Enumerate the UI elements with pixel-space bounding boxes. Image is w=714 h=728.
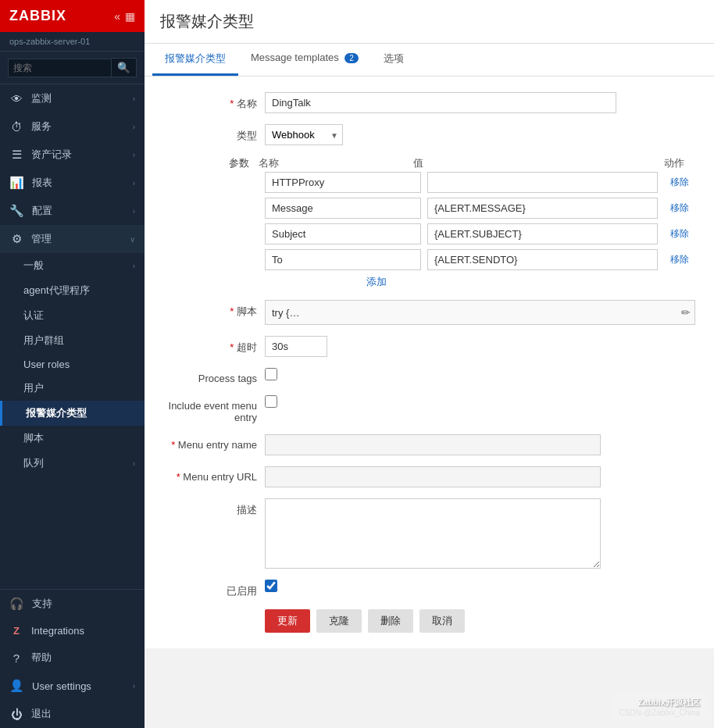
- tab-media-type[interactable]: 报警媒介类型: [152, 44, 238, 76]
- sidebar-item-label: 帮助: [31, 651, 135, 665]
- sidebar-header: ZABBIX « ▦: [0, 0, 145, 32]
- watermark-text: Zabbix开源社区: [638, 697, 700, 708]
- description-label: 描述: [163, 498, 257, 517]
- param-name-input[interactable]: [265, 172, 421, 193]
- param-value-input[interactable]: [427, 249, 658, 270]
- tab-options[interactable]: 选项: [371, 44, 416, 76]
- sidebar-item-label: 支持: [32, 597, 135, 611]
- name-input[interactable]: [265, 92, 616, 113]
- sidebar-item-label: 监测: [31, 91, 125, 105]
- param-action-cell: 移除: [664, 227, 695, 241]
- integrations-icon: Z: [9, 625, 23, 637]
- sidebar-item-config[interactable]: 🔧 配置 ›: [0, 197, 145, 225]
- sidebar-item-label: 管理: [31, 232, 122, 246]
- sidebar-item-monitor[interactable]: 👁 监测 ›: [0, 84, 145, 112]
- sidebar-item-user-settings[interactable]: 👤 User settings ›: [0, 672, 145, 700]
- chevron-right-icon: ›: [133, 179, 135, 187]
- sidebar-item-service[interactable]: ⏱ 服务 ›: [0, 112, 145, 141]
- param-name-cell: [265, 223, 421, 244]
- chevron-right-icon: ›: [133, 151, 135, 159]
- sidebar-item-support[interactable]: 🎧 支持: [0, 590, 145, 618]
- sidebar-item-general[interactable]: 一般 ›: [0, 253, 145, 278]
- include-event-label: Include event menu entry: [163, 395, 257, 423]
- edit-icon[interactable]: ✏: [681, 306, 691, 319]
- param-value-cell: [427, 198, 658, 219]
- sidebar-item-help[interactable]: ? 帮助: [0, 644, 145, 672]
- menu-icon[interactable]: ▦: [125, 10, 135, 23]
- include-event-checkbox[interactable]: [265, 395, 277, 408]
- sidebar-item-media-type[interactable]: 报警媒介类型: [0, 401, 145, 426]
- menu-entry-url-input[interactable]: [265, 466, 601, 487]
- sidebar-item-assets[interactable]: ☰ 资产记录 ›: [0, 141, 145, 169]
- clone-button[interactable]: 克隆: [316, 609, 362, 633]
- update-button[interactable]: 更新: [265, 609, 310, 633]
- page-title: 报警媒介类型: [145, 0, 714, 44]
- sidebar-item-logout[interactable]: ⏻ 退出: [0, 700, 145, 728]
- sidebar-item-queue[interactable]: 队列 ›: [0, 451, 145, 476]
- user-icon: 👤: [9, 679, 24, 693]
- sidebar-item-scripts[interactable]: 脚本: [0, 426, 145, 451]
- param-row: 移除: [265, 198, 695, 219]
- sidebar-item-label: 服务: [31, 120, 125, 134]
- sidebar-item-manage[interactable]: ⚙ 管理 ∨: [0, 225, 145, 253]
- param-name-input[interactable]: [265, 223, 421, 244]
- sidebar-item-label: 报表: [32, 176, 125, 190]
- menu-entry-name-row: Menu entry name: [163, 434, 695, 455]
- param-name-cell: [265, 172, 421, 193]
- param-value-input[interactable]: [427, 172, 658, 193]
- script-row: 脚本 try {… ✏: [163, 300, 695, 325]
- timeout-input[interactable]: [265, 336, 327, 357]
- sidebar-item-integrations[interactable]: Z Integrations: [0, 618, 145, 644]
- enabled-checkbox[interactable]: [265, 580, 277, 592]
- tab-badge: 2: [345, 53, 359, 63]
- search-input[interactable]: [8, 59, 112, 77]
- col-value-header: 值: [413, 156, 664, 170]
- remove-link[interactable]: 移除: [664, 201, 695, 216]
- param-action-cell: 移除: [664, 201, 695, 216]
- param-name-input[interactable]: [265, 198, 421, 219]
- menu-entry-url-label: Menu entry URL: [163, 466, 257, 483]
- sidebar-item-report[interactable]: 📊 报表 ›: [0, 169, 145, 197]
- menu-entry-name-label: Menu entry name: [163, 434, 257, 451]
- param-row: 移除: [265, 249, 695, 270]
- type-select[interactable]: Webhook Email Script SMS: [265, 124, 343, 145]
- sidebar-item-user-group[interactable]: 用户群组: [0, 328, 145, 353]
- description-textarea[interactable]: [265, 498, 601, 569]
- sidebar-item-users[interactable]: 用户: [0, 376, 145, 401]
- add-param-link[interactable]: 添加: [366, 275, 387, 289]
- remove-link[interactable]: 移除: [664, 175, 695, 190]
- chevron-down-icon: ∨: [130, 235, 135, 244]
- param-value-input[interactable]: [427, 223, 658, 244]
- sidebar-item-agent-proxy[interactable]: agent代理程序: [0, 278, 145, 303]
- remove-link[interactable]: 移除: [664, 252, 695, 267]
- form-panel: 名称 类型 Webhook Email Script SMS ▼ 参数 名称 值: [145, 77, 714, 648]
- param-row: 移除: [265, 172, 695, 193]
- param-name-input[interactable]: [265, 249, 421, 270]
- tab-message-templates[interactable]: Message templates 2: [238, 44, 371, 76]
- sidebar-item-label: Integrations: [31, 625, 135, 637]
- script-display[interactable]: try {…: [265, 300, 695, 325]
- cancel-button[interactable]: 取消: [419, 609, 465, 633]
- sidebar-item-user-roles[interactable]: User roles: [0, 353, 145, 376]
- service-icon: ⏱: [9, 120, 23, 134]
- param-action-cell: 移除: [664, 252, 695, 267]
- process-tags-label: Process tags: [163, 368, 257, 384]
- param-value-input[interactable]: [427, 198, 658, 219]
- watermark: Zabbix开源社区 CSDN-@Zabbix_China: [612, 694, 706, 720]
- menu-entry-name-input[interactable]: [265, 434, 601, 455]
- name-row: 名称: [163, 92, 695, 113]
- param-row: 移除: [265, 223, 695, 244]
- description-row: 描述: [163, 498, 695, 569]
- sidebar-item-auth[interactable]: 认证: [0, 303, 145, 328]
- remove-link[interactable]: 移除: [664, 227, 695, 241]
- collapse-icon[interactable]: «: [114, 10, 120, 23]
- search-button[interactable]: 🔍: [112, 58, 137, 77]
- sidebar-controls: « ▦: [114, 10, 135, 23]
- tabs-bar: 报警媒介类型 Message templates 2 选项: [145, 44, 714, 77]
- sidebar-item-label: 资产记录: [31, 148, 125, 162]
- param-name-cell: [265, 249, 421, 270]
- delete-button[interactable]: 删除: [368, 609, 413, 633]
- type-select-wrapper: Webhook Email Script SMS ▼: [265, 124, 343, 145]
- logo: ZABBIX: [9, 8, 66, 24]
- process-tags-checkbox[interactable]: [265, 368, 277, 380]
